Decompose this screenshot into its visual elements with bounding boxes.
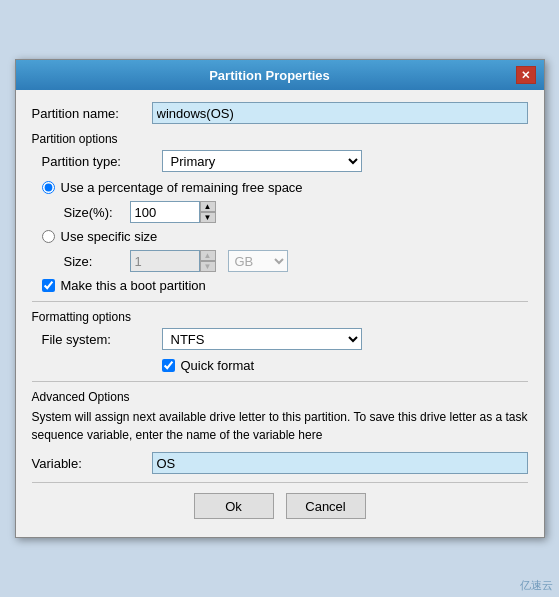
partition-type-row: Partition type: Primary Extended Logical — [42, 150, 528, 172]
variable-label: Variable: — [32, 456, 152, 471]
partition-name-label: Partition name: — [32, 106, 152, 121]
partition-name-row: Partition name: — [32, 102, 528, 124]
filesystem-label: File system: — [42, 332, 162, 347]
radio-specific-label[interactable]: Use specific size — [61, 229, 158, 244]
size-specific-label: Size: — [64, 254, 124, 269]
partition-options-section: Partition type: Primary Extended Logical… — [32, 150, 528, 293]
advanced-options-label: Advanced Options — [32, 390, 528, 404]
quick-format-checkbox[interactable] — [162, 359, 175, 372]
size-percent-spinner: ▲ ▼ — [200, 201, 216, 223]
size-percent-label: Size(%): — [64, 205, 124, 220]
quick-format-label[interactable]: Quick format — [181, 358, 255, 373]
cancel-button[interactable]: Cancel — [286, 493, 366, 519]
radio-percentage-label[interactable]: Use a percentage of remaining free space — [61, 180, 303, 195]
size-percent-input[interactable] — [130, 201, 200, 223]
size-specific-spinner: ▲ ▼ — [200, 250, 216, 272]
size-specific-down[interactable]: ▼ — [200, 261, 216, 272]
size-percent-input-group: ▲ ▼ — [130, 201, 216, 223]
formatting-options-label: Formatting options — [32, 310, 528, 324]
watermark: 亿速云 — [520, 578, 553, 593]
size-percent-down[interactable]: ▼ — [200, 212, 216, 223]
dialog-window: Partition Properties ✕ Partition name: P… — [15, 59, 545, 538]
size-percent-up[interactable]: ▲ — [200, 201, 216, 212]
quick-format-row: Quick format — [42, 358, 528, 373]
partition-type-label: Partition type: — [42, 154, 162, 169]
radio-specific-row: Use specific size — [42, 229, 528, 244]
dialog-content: Partition name: Partition options Partit… — [16, 90, 544, 537]
filesystem-row: File system: NTFS FAT32 FAT — [42, 328, 528, 350]
advanced-description: System will assign next available drive … — [32, 408, 528, 444]
boot-partition-label[interactable]: Make this a boot partition — [61, 278, 206, 293]
ok-button[interactable]: Ok — [194, 493, 274, 519]
variable-row: Variable: — [32, 452, 528, 474]
title-bar: Partition Properties ✕ — [16, 60, 544, 90]
size-unit-select[interactable]: GB MB KB — [228, 250, 288, 272]
divider-1 — [32, 301, 528, 302]
dialog-title: Partition Properties — [24, 68, 516, 83]
variable-input[interactable] — [152, 452, 528, 474]
formatting-options-section: File system: NTFS FAT32 FAT Quick format — [32, 328, 528, 373]
boot-partition-row: Make this a boot partition — [42, 278, 528, 293]
partition-type-select[interactable]: Primary Extended Logical — [162, 150, 362, 172]
size-specific-input-group: ▲ ▼ — [130, 250, 216, 272]
boot-partition-checkbox[interactable] — [42, 279, 55, 292]
radio-specific[interactable] — [42, 230, 55, 243]
close-button[interactable]: ✕ — [516, 66, 536, 84]
radio-percentage-row: Use a percentage of remaining free space — [42, 180, 528, 195]
divider-2 — [32, 381, 528, 382]
size-percent-row: Size(%): ▲ ▼ — [42, 201, 528, 223]
button-row: Ok Cancel — [32, 482, 528, 527]
size-specific-up[interactable]: ▲ — [200, 250, 216, 261]
partition-name-input[interactable] — [152, 102, 528, 124]
size-specific-row: Size: ▲ ▼ GB MB KB — [42, 250, 528, 272]
partition-options-label: Partition options — [32, 132, 528, 146]
size-specific-input[interactable] — [130, 250, 200, 272]
radio-percentage[interactable] — [42, 181, 55, 194]
filesystem-select[interactable]: NTFS FAT32 FAT — [162, 328, 362, 350]
